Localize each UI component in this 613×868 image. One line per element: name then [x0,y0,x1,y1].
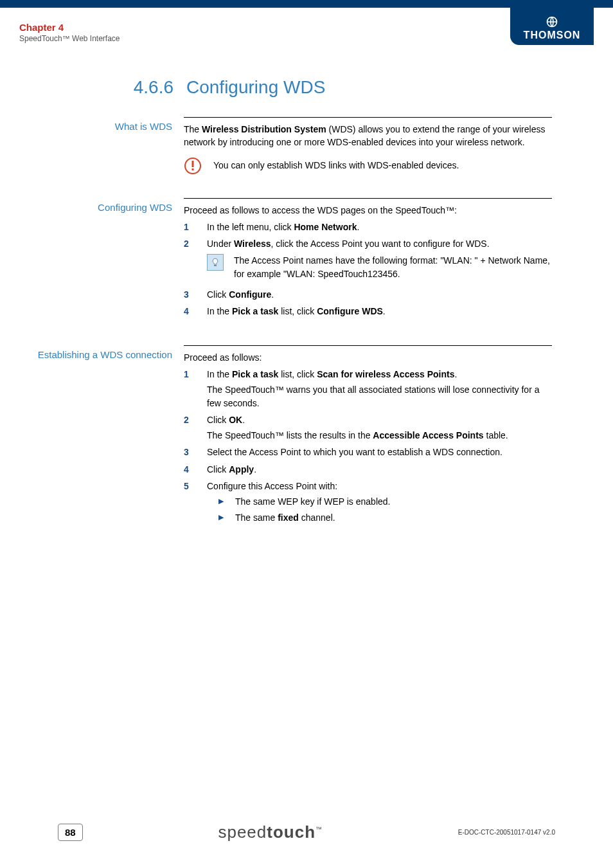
step-item: Under Wireless, click the Access Point y… [184,237,552,284]
text: The [184,124,202,134]
bullet-item: ▶ The same fixed channel. [207,511,552,524]
content-area: What is WDS The Wireless Distribution Sy… [0,117,613,530]
text: Click [207,415,229,425]
section-title: Configuring WDS [186,77,325,98]
text: In the [207,306,232,316]
bold-text: Wireless [234,239,271,249]
block-label: Establishing a WDS connection [19,345,184,530]
bold-text: fixed [278,512,299,523]
step-item: Select the Access Point to which you wan… [184,446,552,458]
tip-text: The Access Point names have the followin… [234,254,552,280]
section-number: 4.6.6 [122,77,173,98]
header-left: Chapter 4 SpeedTouch™ Web Interface [19,19,120,43]
bold-text: Wireless Distribution System [202,124,326,134]
bold-text: Configure WDS [317,306,383,316]
text: list, click [278,306,317,316]
steps-list: In the left menu, click Home Network. Un… [184,221,552,318]
warning-icon [184,157,202,175]
block-what-is-wds: What is WDS The Wireless Distribution Sy… [19,117,552,175]
step-body: Configure this Access Point with: ▶ The … [207,480,552,527]
bold-text: Home Network [294,222,357,232]
bold-text: OK [229,415,242,425]
brand-text: THOMSON [524,30,581,41]
block-configuring-wds: Configuring WDS Proceed as follows to ac… [19,198,552,322]
svg-rect-4 [214,265,217,266]
block-body: Proceed as follows: In the Pick a task l… [184,345,552,530]
text: , click the Access Point you want to con… [271,239,490,249]
tip-icon [207,254,224,271]
svg-rect-3 [192,168,194,170]
bold-text: Pick a task [232,306,278,316]
bullet-item: ▶ The same WEP key if WEP is enabled. [207,495,552,508]
logo-thin: speed [218,822,267,842]
step-body: Under Wireless, click the Access Point y… [207,237,552,284]
step-body: In the Pick a task list, click Scan for … [207,368,552,410]
footer-logo: speedtouch™ [218,822,323,842]
logo-tm: ™ [315,826,323,833]
chapter-title: Chapter 4 [19,22,120,33]
intro-text: Proceed as follows: [184,351,552,364]
text: . [242,415,245,425]
step-item: In the left menu, click Home Network. [184,221,552,233]
warning-callout: You can only establish WDS links with WD… [184,157,552,175]
svg-rect-2 [192,161,194,167]
bullet-list: ▶ The same WEP key if WEP is enabled. ▶ … [207,495,552,524]
bold-text: Pick a task [232,369,278,379]
top-bar [0,0,613,8]
step-item: In the Pick a task list, click Configure… [184,305,552,318]
block-body: The Wireless Distribution System (WDS) a… [184,117,552,175]
bold-text: Scan for wireless Access Points [317,369,454,379]
warning-text: You can only establish WDS links with WD… [213,159,459,172]
step-sub-text: The SpeedTouch™ lists the results in the… [207,429,552,442]
page-header: Chapter 4 SpeedTouch™ Web Interface THOM… [0,8,613,45]
step-sub-text: The SpeedTouch™ warns you that all assoc… [207,383,552,410]
page-title-row: 4.6.6 Configuring WDS [0,77,613,98]
bold-text: Configure [229,289,271,300]
step-item: Click Apply. [184,463,552,476]
text: . [454,369,457,379]
text: The SpeedTouch™ lists the results in the [207,430,373,440]
step-item: Click Configure. [184,288,552,301]
text: In the [207,369,232,379]
page-number: 88 [58,824,83,841]
block-body: Proceed as follows to access the WDS pag… [184,198,552,322]
chapter-subtitle: SpeedTouch™ Web Interface [19,34,120,43]
bold-text: Apply [229,464,254,475]
text: Under [207,239,234,249]
page-footer: 88 speedtouch™ E-DOC-CTC-20051017-0147 v… [0,822,613,842]
step-body: In the Pick a task list, click Configure… [207,305,552,318]
text: The same [235,512,278,523]
bullet-text: The same fixed channel. [235,511,335,524]
brand-badge: THOMSON [510,8,594,45]
globe-icon [546,15,558,28]
bullet-text: The same WEP key if WEP is enabled. [235,495,390,508]
text: list, click [278,369,317,379]
text: In the left menu, click [207,222,294,232]
block-label: Configuring WDS [19,198,184,322]
arrow-icon: ▶ [218,512,226,523]
step-body: Click Apply. [207,463,552,476]
bold-text: Accessible Access Points [373,430,483,440]
paragraph: The Wireless Distribution System (WDS) a… [184,123,552,149]
block-establishing-wds: Establishing a WDS connection Proceed as… [19,345,552,530]
text: . [254,464,256,475]
step-body: Click OK. The SpeedTouch™ lists the resu… [207,413,552,442]
step-body: Select the Access Point to which you wan… [207,446,552,458]
step-item: Configure this Access Point with: ▶ The … [184,480,552,527]
step-body: In the left menu, click Home Network. [207,221,552,233]
step-item: In the Pick a task list, click Scan for … [184,368,552,410]
step-item: Click OK. The SpeedTouch™ lists the resu… [184,413,552,442]
document-id: E-DOC-CTC-20051017-0147 v2.0 [458,829,555,836]
step-body: Click Configure. [207,288,552,301]
block-label: What is WDS [19,117,184,175]
text: Click [207,464,229,475]
text: . [383,306,386,316]
logo-bold: touch [267,822,315,842]
arrow-icon: ▶ [218,496,226,507]
text: Click [207,289,229,300]
steps-list: In the Pick a task list, click Scan for … [184,368,552,527]
text: . [271,289,274,300]
intro-text: Proceed as follows to access the WDS pag… [184,204,552,217]
tip-callout: The Access Point names have the followin… [207,254,552,280]
text: . [357,222,359,232]
